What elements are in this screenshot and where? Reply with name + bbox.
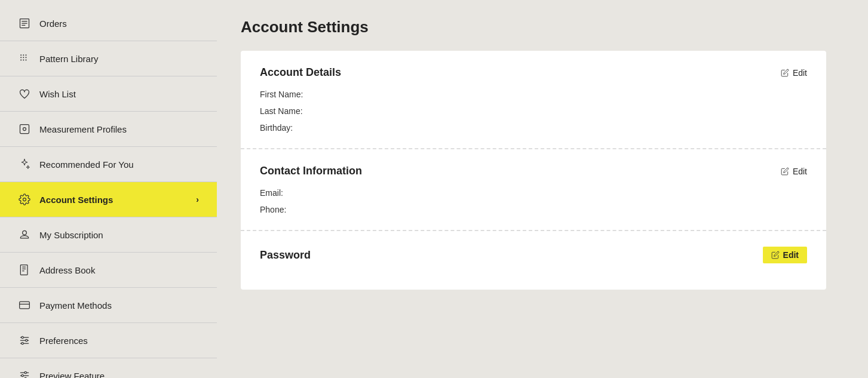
svg-point-10: [20, 60, 22, 61]
sidebar-item-payment-methods[interactable]: Payment Methods: [0, 288, 217, 323]
account-details-header: Account Details Edit: [260, 66, 807, 79]
svg-point-27: [22, 342, 23, 344]
sidebar: Orders Pattern Library Wish List Measure…: [0, 0, 217, 378]
contact-info-title: Contact Information: [260, 165, 362, 177]
first-name-label: First Name:: [260, 90, 303, 99]
password-edit-button[interactable]: Edit: [763, 247, 807, 263]
sliders2-icon: [18, 369, 31, 378]
card-icon: [18, 299, 31, 312]
svg-point-4: [20, 54, 22, 56]
pencil-icon: [781, 167, 789, 176]
svg-point-26: [26, 339, 27, 341]
svg-rect-16: [20, 265, 27, 275]
email-label: Email:: [260, 188, 283, 198]
settings-card: Account Details Edit First Name: Last Na…: [241, 51, 826, 290]
sidebar-item-pattern-library[interactable]: Pattern Library: [0, 41, 217, 76]
pencil-icon: [781, 69, 789, 77]
heart-icon: [18, 87, 31, 100]
account-details-edit-button[interactable]: Edit: [781, 68, 807, 78]
password-section: Password Edit: [241, 231, 826, 290]
sidebar-item-label: Recommended For You: [39, 159, 134, 170]
email-field: Email:: [260, 188, 807, 198]
sidebar-item-measurement-profiles[interactable]: Measurement Profiles: [0, 112, 217, 147]
svg-point-5: [23, 54, 24, 56]
password-title: Password: [260, 249, 311, 262]
contact-information-section: Contact Information Edit Email: Phone:: [241, 149, 826, 231]
svg-point-12: [26, 60, 27, 61]
sidebar-item-preferences[interactable]: Preferences: [0, 323, 217, 358]
svg-point-32: [22, 374, 23, 376]
sidebar-item-account-settings[interactable]: Account Settings ›: [0, 182, 217, 217]
sidebar-item-label: Preferences: [39, 336, 88, 346]
page-title: Account Settings: [241, 18, 844, 36]
sidebar-item-label: Pattern Library: [39, 54, 98, 64]
pencil-icon: [771, 251, 780, 259]
sidebar-item-label: Measurement Profiles: [39, 124, 127, 134]
svg-point-15: [23, 231, 27, 235]
phone-label: Phone:: [260, 205, 286, 214]
account-details-section: Account Details Edit First Name: Last Na…: [241, 51, 826, 149]
svg-point-6: [26, 54, 27, 56]
first-name-field: First Name:: [260, 90, 807, 99]
last-name-field: Last Name:: [260, 106, 807, 116]
sidebar-item-address-book[interactable]: Address Book: [0, 253, 217, 288]
contact-info-header: Contact Information Edit: [260, 165, 807, 177]
svg-point-9: [26, 57, 27, 58]
measurement-icon: [18, 122, 31, 136]
chevron-icon: ›: [196, 195, 199, 204]
main-content: Account Settings Account Details Edit Fi…: [217, 0, 868, 378]
svg-point-8: [23, 57, 24, 58]
account-details-title: Account Details: [260, 66, 341, 79]
sparkle-icon: [18, 158, 31, 171]
sidebar-item-wish-list[interactable]: Wish List: [0, 76, 217, 112]
orders-icon: [18, 17, 31, 30]
sidebar-item-label: Payment Methods: [39, 300, 112, 311]
password-edit-label: Edit: [783, 250, 799, 260]
subscription-icon: [18, 228, 31, 241]
sidebar-item-label: Address Book: [39, 265, 95, 275]
birthday-field: Birthday:: [260, 123, 807, 133]
svg-rect-20: [20, 302, 30, 309]
password-header: Password Edit: [260, 247, 807, 263]
contact-info-edit-button[interactable]: Edit: [781, 167, 807, 176]
account-details-edit-label: Edit: [793, 68, 807, 78]
svg-point-31: [24, 371, 26, 373]
sidebar-item-label: My Subscription: [39, 230, 103, 240]
birthday-label: Birthday:: [260, 123, 293, 133]
sliders-icon: [18, 334, 31, 347]
svg-point-7: [20, 57, 22, 58]
phone-field: Phone:: [260, 205, 807, 214]
sidebar-item-label: Preview Feature: [39, 371, 105, 379]
address-icon: [18, 263, 31, 276]
sidebar-item-label: Orders: [39, 19, 67, 29]
sidebar-item-recommended-for-you[interactable]: Recommended For You: [0, 147, 217, 182]
gear-icon: [18, 193, 31, 206]
contact-info-edit-label: Edit: [793, 167, 807, 176]
sidebar-item-label: Wish List: [39, 89, 76, 99]
svg-point-11: [23, 60, 24, 61]
svg-point-13: [23, 128, 26, 131]
sidebar-item-preview-feature[interactable]: Preview Feature: [0, 358, 217, 378]
sidebar-item-orders[interactable]: Orders: [0, 6, 217, 41]
svg-point-25: [22, 336, 23, 338]
sidebar-item-label: Account Settings: [39, 195, 113, 205]
grid-icon: [18, 52, 31, 65]
last-name-label: Last Name:: [260, 106, 303, 116]
sidebar-item-my-subscription[interactable]: My Subscription: [0, 217, 217, 253]
svg-point-14: [23, 198, 26, 201]
